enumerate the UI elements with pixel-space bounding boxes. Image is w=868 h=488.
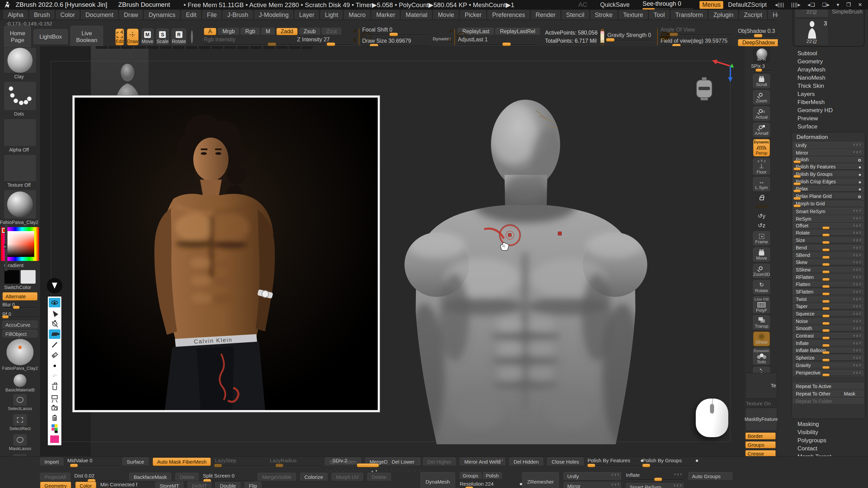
polish-mini-button[interactable]: Polish: [483, 472, 502, 480]
bottom-control[interactable]: Geometry: [40, 482, 71, 488]
edit-mode-button[interactable]: Edit: [115, 28, 124, 45]
current-brush-thumb[interactable]: [4, 47, 36, 73]
gravity-strength-slider[interactable]: Gravity Strength 0: [607, 32, 651, 42]
palette-section[interactable]: ArrayMesh: [791, 66, 866, 74]
toggle-indicator[interactable]: [858, 328, 861, 331]
bottom-control[interactable]: MergeVisible: [258, 473, 296, 481]
tool-thumb-active[interactable]: 3 22강: [795, 19, 829, 46]
menu-item[interactable]: J-Brush: [223, 10, 253, 20]
quicksave-button[interactable]: QuickSave: [600, 1, 630, 8]
annotation-tool-button[interactable]: [49, 319, 60, 328]
switch-color-swatches[interactable]: [0, 270, 40, 284]
bottom-control[interactable]: Auto Mask FiberMesh: [153, 458, 211, 466]
toggle-indicator[interactable]: [858, 321, 861, 323]
toggle-indicator[interactable]: [858, 284, 861, 287]
dynamesh-button[interactable]: DynaMesh: [420, 472, 455, 488]
right-toolbar-button[interactable]: ↔ L.Sym: [753, 177, 770, 192]
deformation-control[interactable]: Noise x y z: [793, 319, 864, 326]
annotation-tool-button[interactable]: [49, 350, 60, 360]
toggle-indicator[interactable]: [858, 313, 861, 316]
deformation-control[interactable]: Relax: [793, 186, 864, 193]
deformation-control[interactable]: Contrast x y z: [793, 333, 864, 340]
deformation-control[interactable]: Twist x y z: [793, 297, 864, 304]
right-toolbar-button[interactable]: Line Fill PolyF: [753, 296, 770, 314]
toggle-indicator[interactable]: [858, 335, 861, 338]
window-control-icon[interactable]: ◂||||: [775, 2, 784, 8]
replay-settings-icon[interactable]: D: [454, 28, 455, 45]
right-toolbar-button[interactable]: ↻ Rotate: [753, 280, 770, 295]
bottom-control[interactable]: LazyRadius: [270, 458, 321, 468]
right-toolbar-button[interactable]: ↺z: [754, 222, 769, 230]
simple-brush-slot[interactable]: SimpleBrush: [832, 6, 863, 45]
deformation-control[interactable]: Taper x y z: [793, 304, 864, 311]
right-toolbar-button[interactable]: ↺y: [754, 212, 769, 220]
rgb-intensity-slider[interactable]: Rgb Intensity: [204, 36, 275, 46]
palette-section[interactable]: Visibility: [791, 428, 866, 436]
toggle-indicator[interactable]: [858, 240, 861, 242]
menu-item[interactable]: Dynamics: [144, 10, 180, 20]
bottom-control[interactable]: DelMT: [188, 482, 211, 488]
menu-item[interactable]: Light: [320, 10, 342, 20]
deformation-control[interactable]: Unify x y z: [793, 142, 864, 149]
window-control-icon[interactable]: ❐: [846, 2, 851, 8]
menu-item[interactable]: Stroke: [591, 10, 617, 20]
z-intensity-slider[interactable]: Z Intensity 27: [277, 36, 351, 46]
menu-item[interactable]: Alpha: [3, 10, 28, 20]
menu-item[interactable]: Marker: [372, 10, 399, 20]
tray-resize-handle[interactable]: ▲▼: [326, 469, 424, 473]
toggle-indicator[interactable]: [858, 299, 861, 301]
secondary-color-swatch[interactable]: [21, 270, 36, 284]
deformation-control[interactable]: Polish By Groups: [793, 171, 864, 179]
rf-slider[interactable]: Rf 0: [2, 311, 38, 319]
m-button[interactable]: M: [261, 28, 275, 35]
menu-item[interactable]: Picker: [460, 10, 486, 20]
toggle-indicator[interactable]: [858, 269, 861, 272]
groups-mini-button[interactable]: Groups: [460, 472, 481, 480]
deformation-control[interactable]: Morph to Grid: [793, 201, 864, 208]
annotation-tool-button[interactable]: [49, 403, 60, 412]
menu-item[interactable]: Macro: [344, 10, 370, 20]
bottom-control[interactable]: LazyStep: [215, 458, 266, 468]
toggle-indicator[interactable]: [858, 144, 861, 147]
menu-item[interactable]: Document: [81, 10, 118, 20]
toggle-indicator[interactable]: [859, 379, 861, 381]
menu-item[interactable]: Stencil: [562, 10, 589, 20]
primary-color-swatch[interactable]: [4, 270, 19, 284]
window-control-icon[interactable]: ✕: [858, 2, 863, 8]
right-toolbar-button[interactable]: Dynamic Persp: [753, 139, 770, 157]
menu-item[interactable]: Transform: [671, 10, 707, 20]
quick-brush-item[interactable]: SelectLasso: [0, 394, 40, 413]
menu-item[interactable]: Movie: [433, 10, 458, 20]
annotation-tool-button[interactable]: [49, 298, 60, 307]
mirror-button[interactable]: Mirrorx y z: [564, 482, 621, 488]
bottom-control[interactable]: Polish By Groups: [643, 458, 693, 468]
border-button[interactable]: Border: [745, 432, 776, 440]
menu-item[interactable]: Material: [401, 10, 432, 20]
right-toolbar-button[interactable]: AAHalf: [753, 123, 770, 138]
deformation-control[interactable]: Inflate Balloon x y z: [793, 348, 864, 355]
deformation-control[interactable]: Polish By Features: [793, 164, 864, 171]
right-toolbar-button[interactable]: Zoom: [753, 90, 770, 105]
deformation-control[interactable]: Smart ReSym x y z: [793, 208, 864, 215]
mrgb-button[interactable]: Mrgb: [218, 28, 239, 35]
menu-item[interactable]: Zscript: [739, 10, 767, 20]
bottom-control[interactable]: Del Higher: [423, 458, 456, 466]
live-boolean-button[interactable]: Live Boolean: [71, 26, 103, 48]
alpha-thumb[interactable]: [4, 119, 36, 146]
alternate-button[interactable]: Alternate: [2, 292, 38, 301]
texture-thumb[interactable]: [4, 155, 36, 182]
rotate-mode-button[interactable]: R Rotate: [172, 28, 186, 45]
palette-section[interactable]: Preview: [791, 115, 866, 123]
camera-icon[interactable]: [657, 28, 658, 45]
toggle-indicator[interactable]: [858, 151, 861, 154]
deformation-control[interactable]: SSkew x y z: [793, 267, 864, 274]
palette-section[interactable]: Masking: [791, 420, 866, 428]
scale-mode-button[interactable]: S Scale: [156, 28, 169, 45]
toggle-indicator[interactable]: [858, 247, 861, 250]
auto-groups-button[interactable]: Auto Groups: [688, 472, 732, 481]
bottom-control[interactable]: Surface: [122, 458, 149, 466]
deformation-control[interactable]: Mirror x y z: [793, 149, 864, 157]
default-zscript-button[interactable]: DefaultZScript: [728, 1, 767, 8]
fillobject-button[interactable]: FillObject: [2, 330, 38, 338]
bottom-control[interactable]: Delete: [367, 473, 391, 481]
